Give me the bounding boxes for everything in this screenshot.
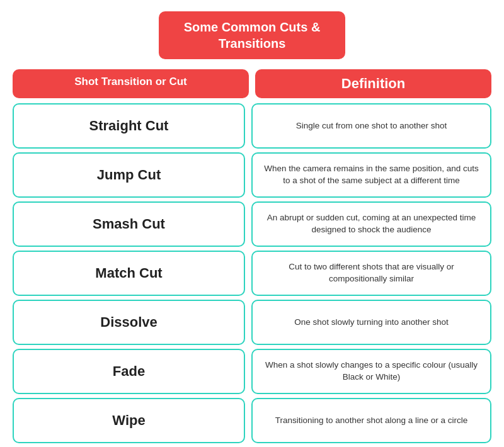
cut-def-match: Cut to two different shots that are visu… — [251, 251, 491, 296]
cut-name-wipe: Wipe — [13, 398, 245, 443]
table-header-row: Shot Transition or Cut Definition — [13, 69, 491, 98]
table-row: Smash Cut An abrupt or sudden cut, comin… — [13, 201, 491, 247]
cut-name-match: Match Cut — [13, 251, 245, 296]
cut-name-straight: Straight Cut — [13, 103, 245, 149]
header-definition-column: Definition — [255, 69, 491, 98]
cut-name-jump: Jump Cut — [13, 152, 245, 198]
cut-def-jump: When the camera remains in the same posi… — [251, 152, 491, 198]
cut-name-fade: Fade — [13, 349, 245, 394]
header-cut-column: Shot Transition or Cut — [13, 69, 249, 98]
page-title: Some Common Cuts & Transitions — [159, 11, 346, 59]
table-row: Dissolve One shot slowly turning into an… — [13, 300, 491, 345]
cut-name-dissolve: Dissolve — [13, 300, 245, 345]
cut-def-fade: When a shot slowly changes to a specific… — [251, 349, 491, 394]
table-row: Wipe Transitioning to another shot along… — [13, 398, 491, 443]
cut-def-smash: An abrupt or sudden cut, coming at an un… — [251, 201, 491, 247]
cut-def-wipe: Transitioning to another shot along a li… — [251, 398, 491, 443]
cut-name-smash: Smash Cut — [13, 201, 245, 247]
cut-def-dissolve: One shot slowly turning into another sho… — [251, 300, 491, 345]
table-row: Straight Cut Single cut from one shot to… — [13, 103, 491, 149]
table-row: Match Cut Cut to two different shots tha… — [13, 251, 491, 296]
table-row: Fade When a shot slowly changes to a spe… — [13, 349, 491, 394]
cut-def-straight: Single cut from one shot to another shot — [251, 103, 491, 149]
cuts-table: Shot Transition or Cut Definition Straig… — [13, 69, 491, 447]
table-row: Jump Cut When the camera remains in the … — [13, 152, 491, 198]
